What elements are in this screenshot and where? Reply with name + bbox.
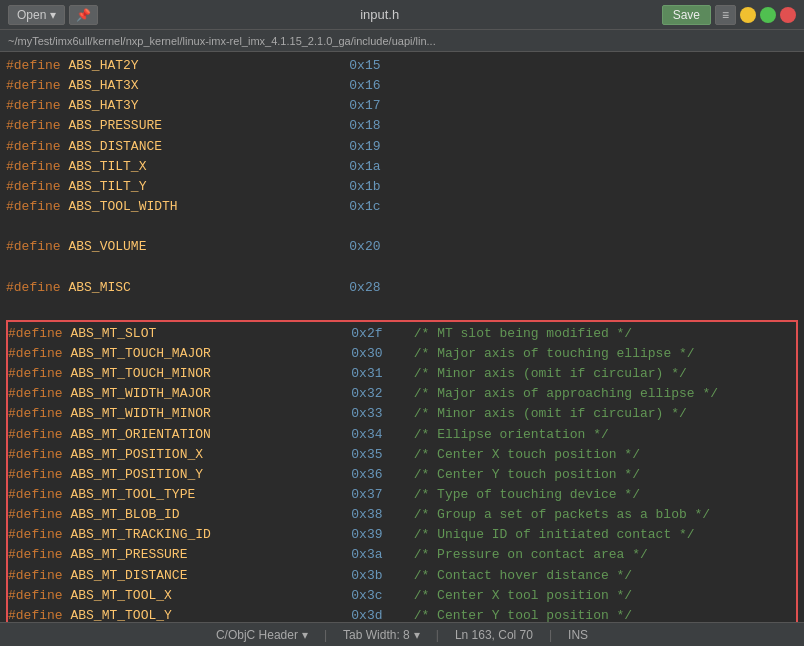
code-line [6,298,798,318]
tab-width-label: Tab Width: 8 [343,628,410,642]
code-line: #define ABS_TILT_Y 0x1b [6,177,798,197]
titlebar-title: input.h [360,7,399,22]
language-selector[interactable]: C/ObjC Header ▾ [216,628,308,642]
pin-button[interactable]: 📌 [69,5,98,25]
breadcrumb: ~/myTest/imx6ull/kernel/nxp_kernel/linux… [8,35,436,47]
code-line: #define ABS_TILT_X 0x1a [6,157,798,177]
titlebar: Open ▾ 📌 input.h Save ≡ [0,0,804,30]
titlebar-right: Save ≡ [662,5,796,25]
maximize-button[interactable] [760,7,776,23]
ins-label: INS [568,628,588,642]
open-button[interactable]: Open ▾ [8,5,65,25]
open-label: Open [17,8,46,22]
code-line: #define ABS_DISTANCE 0x19 [6,137,798,157]
code-line: #define ABS_PRESSURE 0x18 [6,116,798,136]
highlighted-code-line: #define ABS_MT_WIDTH_MINOR 0x33 /* Minor… [8,404,796,424]
minimize-button[interactable] [740,7,756,23]
cursor-position: Ln 163, Col 70 [455,628,533,642]
highlighted-code-line: #define ABS_MT_PRESSURE 0x3a /* Pressure… [8,545,796,565]
code-line: #define ABS_HAT3Y 0x17 [6,96,798,116]
highlighted-code-line: #define ABS_MT_TOUCH_MAJOR 0x30 /* Major… [8,344,796,364]
editor[interactable]: #define ABS_HAT2Y 0x15#define ABS_HAT3X … [0,52,804,622]
save-button[interactable]: Save [662,5,711,25]
highlighted-code-line: #define ABS_MT_WIDTH_MAJOR 0x32 /* Major… [8,384,796,404]
tab-width-dropdown-icon: ▾ [414,628,420,642]
code-line [6,257,798,277]
titlebar-left: Open ▾ 📌 [8,5,98,25]
code-line: #define ABS_VOLUME 0x20 [6,237,798,257]
highlighted-code-line: #define ABS_MT_BLOB_ID 0x38 /* Group a s… [8,505,796,525]
highlighted-code-line: #define ABS_MT_POSITION_Y 0x36 /* Center… [8,465,796,485]
position-label: Ln 163, Col 70 [455,628,533,642]
highlighted-code-line: #define ABS_MT_POSITION_X 0x35 /* Center… [8,445,796,465]
highlighted-code-line: #define ABS_MT_TRACKING_ID 0x39 /* Uniqu… [8,525,796,545]
highlighted-code-line: #define ABS_MT_TOOL_Y 0x3d /* Center Y t… [8,606,796,622]
code-line: #define ABS_HAT2Y 0x15 [6,56,798,76]
close-button[interactable] [780,7,796,23]
highlighted-code-line: #define ABS_MT_TOOL_TYPE 0x37 /* Type of… [8,485,796,505]
highlighted-code-line: #define ABS_MT_TOOL_X 0x3c /* Center X t… [8,586,796,606]
highlighted-code-line: #define ABS_MT_SLOT 0x2f /* MT slot bein… [8,324,796,344]
code-line: #define ABS_HAT3X 0x16 [6,76,798,96]
code-line [6,217,798,237]
menu-button[interactable]: ≡ [715,5,736,25]
statusbar: C/ObjC Header ▾ | Tab Width: 8 ▾ | Ln 16… [0,622,804,646]
highlighted-code-line: #define ABS_MT_DISTANCE 0x3b /* Contact … [8,566,796,586]
language-dropdown-icon: ▾ [302,628,308,642]
open-dropdown-icon: ▾ [50,8,56,22]
language-label: C/ObjC Header [216,628,298,642]
tab-width-selector[interactable]: Tab Width: 8 ▾ [343,628,420,642]
code-line: #define ABS_MISC 0x28 [6,278,798,298]
highlighted-code-line: #define ABS_MT_TOUCH_MINOR 0x31 /* Minor… [8,364,796,384]
highlighted-code-line: #define ABS_MT_ORIENTATION 0x34 /* Ellip… [8,425,796,445]
highlighted-section: #define ABS_MT_SLOT 0x2f /* MT slot bein… [6,320,798,622]
code-line: #define ABS_TOOL_WIDTH 0x1c [6,197,798,217]
status-sep-1: | [324,628,327,642]
status-sep-2: | [436,628,439,642]
breadcrumb-bar: ~/myTest/imx6ull/kernel/nxp_kernel/linux… [0,30,804,52]
status-sep-3: | [549,628,552,642]
insert-mode: INS [568,628,588,642]
